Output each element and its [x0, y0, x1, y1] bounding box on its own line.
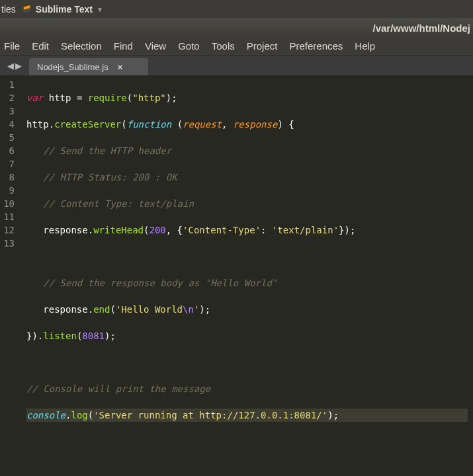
os-topbar: ties Sublime Text ▼	[0, 0, 473, 19]
menu-edit[interactable]: Edit	[32, 40, 49, 52]
tab-nav: ◀ ▶	[0, 56, 29, 75]
line-num: 6	[3, 144, 15, 157]
editor-empty-area[interactable]	[0, 438, 473, 476]
tab-label: Nodejs_Sublime.js	[37, 62, 108, 72]
line-num: 5	[3, 131, 15, 144]
line-num: 2	[3, 91, 15, 104]
menu-tools[interactable]: Tools	[212, 40, 235, 52]
code-line: response.end('Hello World\n');	[26, 303, 468, 316]
code-line: // Console will print the message	[26, 382, 468, 395]
line-num: 11	[3, 210, 15, 223]
topbar-app[interactable]: Sublime Text ▼	[22, 4, 103, 15]
line-num: 10	[3, 197, 15, 210]
menu-help[interactable]: Help	[355, 40, 375, 52]
sublime-logo-icon	[22, 5, 32, 14]
topbar-left-fragment: ties	[1, 4, 16, 15]
line-num: 13	[3, 237, 15, 250]
close-icon[interactable]: ×	[118, 62, 123, 72]
tab-file[interactable]: Nodejs_Sublime.js ×	[29, 58, 148, 75]
tabbar: ◀ ▶ Nodejs_Sublime.js ×	[0, 56, 473, 75]
line-gutter: 1 2 3 4 5 6 7 8 9 10 11 12 13	[0, 75, 21, 438]
code-line: // Content Type: text/plain	[26, 197, 468, 210]
topbar-app-label: Sublime Text	[36, 4, 93, 15]
code-line: // Send the HTTP header	[26, 144, 468, 157]
menu-selection[interactable]: Selection	[61, 40, 102, 52]
menu-preferences[interactable]: Preferences	[289, 40, 343, 52]
line-num: 1	[3, 78, 15, 91]
menu-find[interactable]: Find	[114, 40, 133, 52]
code-line: console.log('Server running at http://12…	[26, 409, 468, 422]
code-line: http.createServer(function (request, res…	[26, 118, 468, 131]
line-num: 3	[3, 104, 15, 118]
tab-next-icon[interactable]: ▶	[15, 61, 22, 71]
tab-prev-icon[interactable]: ◀	[7, 61, 14, 71]
code-line: response.writeHead(200, {'Content-Type':…	[26, 223, 468, 237]
menu-project[interactable]: Project	[247, 40, 278, 52]
line-num: 4	[3, 118, 15, 131]
menu-file[interactable]: File	[4, 40, 20, 52]
menu-goto[interactable]: Goto	[178, 40, 200, 52]
code-line	[26, 250, 468, 263]
line-num: 9	[3, 184, 15, 197]
menu-view[interactable]: View	[145, 40, 166, 52]
code-line: // Send the response body as "Hello Worl…	[26, 276, 468, 290]
menubar: File Edit Selection Find View Goto Tools…	[0, 37, 473, 56]
code-area[interactable]: var http = require("http"); http.createS…	[21, 75, 473, 438]
window-title: /var/www/html/Nodej	[372, 22, 470, 34]
line-num: 8	[3, 171, 15, 184]
line-num: 7	[3, 157, 15, 171]
window-titlebar: /var/www/html/Nodej	[0, 19, 473, 37]
code-line: var http = require("http");	[26, 91, 468, 104]
code-line	[26, 356, 468, 369]
code-line: }).listen(8081);	[26, 329, 468, 342]
code-editor[interactable]: 1 2 3 4 5 6 7 8 9 10 11 12 13 var http =…	[0, 75, 473, 438]
code-line: // HTTP Status: 200 : OK	[26, 171, 468, 184]
chevron-down-icon: ▼	[97, 6, 103, 13]
line-num: 12	[3, 223, 15, 237]
